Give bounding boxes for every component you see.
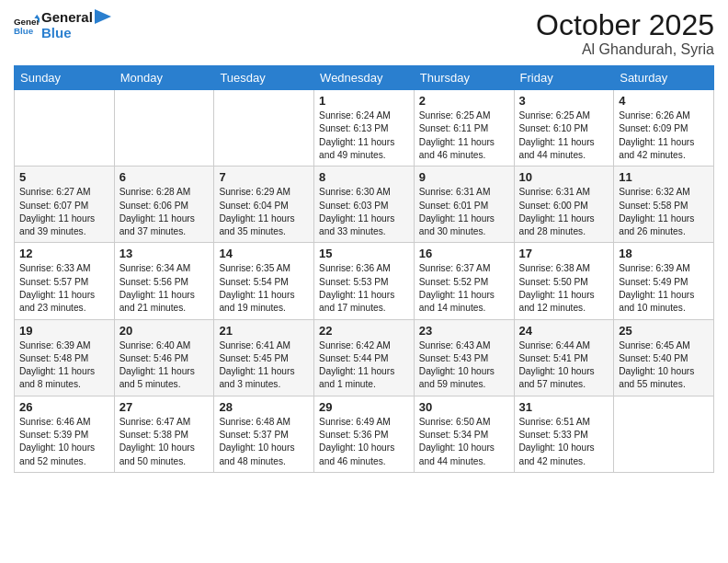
calendar-cell: 10Sunrise: 6:31 AM Sunset: 6:00 PM Dayli…: [514, 167, 614, 243]
cell-info: Sunrise: 6:27 AM Sunset: 6:07 PM Dayligh…: [19, 186, 109, 238]
calendar-cell: 15Sunrise: 6:36 AM Sunset: 5:53 PM Dayli…: [314, 243, 415, 319]
page: General Blue General Blue October 2025 A…: [0, 0, 728, 563]
cell-info: Sunrise: 6:51 AM Sunset: 5:33 PM Dayligh…: [519, 416, 609, 468]
calendar-cell: 5Sunrise: 6:27 AM Sunset: 6:07 PM Daylig…: [15, 167, 115, 243]
weekday-header: Thursday: [414, 66, 514, 90]
day-number: 31: [519, 400, 609, 414]
day-number: 30: [419, 400, 509, 414]
day-number: 17: [519, 247, 609, 260]
calendar-cell: 1Sunrise: 6:24 AM Sunset: 6:13 PM Daylig…: [314, 90, 415, 167]
day-number: 1: [319, 94, 409, 108]
calendar-cell: 3Sunrise: 6:25 AM Sunset: 6:10 PM Daylig…: [514, 90, 614, 167]
cell-info: Sunrise: 6:46 AM Sunset: 5:39 PM Dayligh…: [19, 416, 109, 468]
weekday-header: Saturday: [614, 66, 714, 90]
calendar-cell: 11Sunrise: 6:32 AM Sunset: 5:58 PM Dayli…: [614, 167, 714, 243]
day-number: 23: [419, 324, 509, 338]
day-number: 29: [319, 400, 409, 414]
calendar: SundayMondayTuesdayWednesdayThursdayFrid…: [14, 65, 714, 473]
cell-info: Sunrise: 6:37 AM Sunset: 5:52 PM Dayligh…: [419, 262, 509, 315]
day-number: 22: [319, 324, 409, 338]
day-number: 7: [219, 170, 309, 184]
calendar-cell: [15, 90, 115, 167]
calendar-cell: 6Sunrise: 6:28 AM Sunset: 6:06 PM Daylig…: [114, 167, 214, 243]
calendar-cell: 20Sunrise: 6:40 AM Sunset: 5:46 PM Dayli…: [114, 319, 214, 396]
cell-info: Sunrise: 6:32 AM Sunset: 5:58 PM Dayligh…: [619, 186, 709, 238]
cell-info: Sunrise: 6:31 AM Sunset: 6:00 PM Dayligh…: [519, 186, 609, 238]
title-block: October 2025 Al Ghandurah, Syria: [536, 9, 714, 58]
calendar-cell: 18Sunrise: 6:39 AM Sunset: 5:49 PM Dayli…: [614, 243, 714, 319]
cell-info: Sunrise: 6:30 AM Sunset: 6:03 PM Dayligh…: [319, 186, 409, 238]
cell-info: Sunrise: 6:26 AM Sunset: 6:09 PM Dayligh…: [619, 109, 709, 162]
cell-info: Sunrise: 6:38 AM Sunset: 5:50 PM Dayligh…: [519, 262, 609, 315]
cell-info: Sunrise: 6:39 AM Sunset: 5:48 PM Dayligh…: [19, 339, 109, 392]
calendar-cell: 9Sunrise: 6:31 AM Sunset: 6:01 PM Daylig…: [414, 167, 514, 243]
day-number: 24: [519, 324, 609, 338]
day-number: 3: [519, 94, 609, 108]
cell-info: Sunrise: 6:45 AM Sunset: 5:40 PM Dayligh…: [619, 339, 709, 392]
calendar-cell: 17Sunrise: 6:38 AM Sunset: 5:50 PM Dayli…: [514, 243, 614, 319]
day-number: 9: [419, 170, 509, 184]
day-number: 20: [119, 324, 210, 338]
day-number: 8: [319, 170, 409, 184]
cell-info: Sunrise: 6:34 AM Sunset: 5:56 PM Dayligh…: [119, 262, 210, 315]
calendar-cell: 7Sunrise: 6:29 AM Sunset: 6:04 PM Daylig…: [214, 167, 314, 243]
logo-general: General: [41, 9, 93, 25]
svg-marker-4: [95, 9, 111, 24]
day-number: 27: [119, 400, 210, 414]
cell-info: Sunrise: 6:24 AM Sunset: 6:13 PM Dayligh…: [319, 109, 409, 162]
cell-info: Sunrise: 6:47 AM Sunset: 5:38 PM Dayligh…: [119, 416, 210, 468]
weekday-header: Wednesday: [314, 66, 415, 90]
calendar-cell: [214, 90, 314, 167]
calendar-cell: 12Sunrise: 6:33 AM Sunset: 5:57 PM Dayli…: [15, 243, 115, 319]
day-number: 11: [619, 170, 709, 184]
calendar-cell: 16Sunrise: 6:37 AM Sunset: 5:52 PM Dayli…: [414, 243, 514, 319]
day-number: 21: [219, 324, 309, 338]
day-number: 28: [219, 400, 309, 414]
calendar-cell: 26Sunrise: 6:46 AM Sunset: 5:39 PM Dayli…: [15, 396, 115, 472]
day-number: 12: [19, 247, 109, 260]
calendar-cell: 25Sunrise: 6:45 AM Sunset: 5:40 PM Dayli…: [614, 319, 714, 396]
day-number: 26: [19, 400, 109, 414]
calendar-cell: 19Sunrise: 6:39 AM Sunset: 5:48 PM Dayli…: [15, 319, 115, 396]
calendar-cell: 22Sunrise: 6:42 AM Sunset: 5:44 PM Dayli…: [314, 319, 415, 396]
cell-info: Sunrise: 6:40 AM Sunset: 5:46 PM Dayligh…: [119, 339, 210, 392]
day-number: 2: [419, 94, 509, 108]
calendar-cell: 23Sunrise: 6:43 AM Sunset: 5:43 PM Dayli…: [414, 319, 514, 396]
calendar-cell: 14Sunrise: 6:35 AM Sunset: 5:54 PM Dayli…: [214, 243, 314, 319]
cell-info: Sunrise: 6:39 AM Sunset: 5:49 PM Dayligh…: [619, 262, 709, 315]
weekday-header: Tuesday: [214, 66, 314, 90]
svg-text:Blue: Blue: [14, 26, 34, 36]
calendar-cell: [114, 90, 214, 167]
cell-info: Sunrise: 6:44 AM Sunset: 5:41 PM Dayligh…: [519, 339, 609, 392]
day-number: 13: [119, 247, 210, 260]
day-number: 5: [19, 170, 109, 184]
logo-blue: Blue: [41, 25, 93, 40]
cell-info: Sunrise: 6:28 AM Sunset: 6:06 PM Dayligh…: [119, 186, 210, 238]
cell-info: Sunrise: 6:31 AM Sunset: 6:01 PM Dayligh…: [419, 186, 509, 238]
logo: General Blue General Blue: [14, 9, 113, 40]
day-number: 14: [219, 247, 309, 260]
logo-icon: General Blue: [14, 12, 40, 38]
calendar-cell: 24Sunrise: 6:44 AM Sunset: 5:41 PM Dayli…: [514, 319, 614, 396]
month-title: October 2025: [536, 9, 714, 41]
cell-info: Sunrise: 6:48 AM Sunset: 5:37 PM Dayligh…: [219, 416, 309, 468]
calendar-cell: 31Sunrise: 6:51 AM Sunset: 5:33 PM Dayli…: [514, 396, 614, 472]
weekday-header: Friday: [514, 66, 614, 90]
cell-info: Sunrise: 6:41 AM Sunset: 5:45 PM Dayligh…: [219, 339, 309, 392]
cell-info: Sunrise: 6:50 AM Sunset: 5:34 PM Dayligh…: [419, 416, 509, 468]
calendar-cell: 29Sunrise: 6:49 AM Sunset: 5:36 PM Dayli…: [314, 396, 415, 472]
cell-info: Sunrise: 6:42 AM Sunset: 5:44 PM Dayligh…: [319, 339, 409, 392]
day-number: 10: [519, 170, 609, 184]
calendar-cell: 13Sunrise: 6:34 AM Sunset: 5:56 PM Dayli…: [114, 243, 214, 319]
location-title: Al Ghandurah, Syria: [536, 41, 714, 58]
cell-info: Sunrise: 6:33 AM Sunset: 5:57 PM Dayligh…: [19, 262, 109, 315]
day-number: 6: [119, 170, 210, 184]
header: General Blue General Blue October 2025 A…: [14, 9, 714, 58]
cell-info: Sunrise: 6:35 AM Sunset: 5:54 PM Dayligh…: [219, 262, 309, 315]
weekday-header: Sunday: [15, 66, 115, 90]
calendar-cell: [614, 396, 714, 472]
day-number: 19: [19, 324, 109, 338]
day-number: 16: [419, 247, 509, 260]
calendar-cell: 4Sunrise: 6:26 AM Sunset: 6:09 PM Daylig…: [614, 90, 714, 167]
calendar-cell: 30Sunrise: 6:50 AM Sunset: 5:34 PM Dayli…: [414, 396, 514, 472]
